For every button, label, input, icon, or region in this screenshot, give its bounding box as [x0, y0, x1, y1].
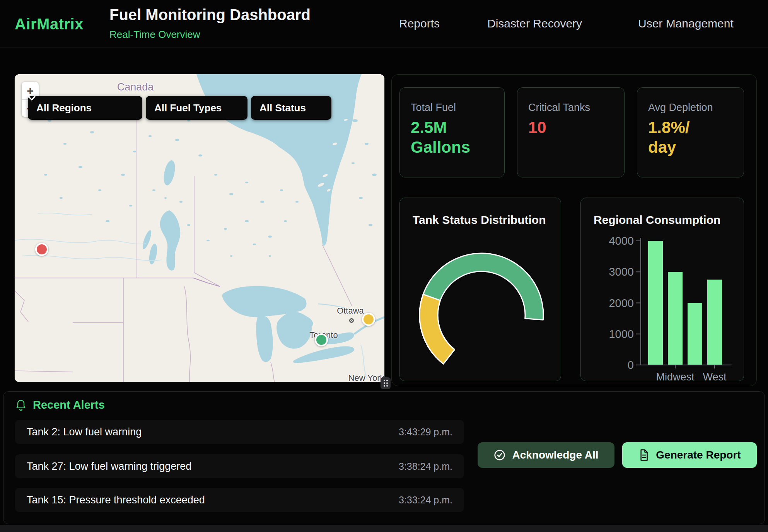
map-label-canada: Canada: [117, 81, 154, 93]
page-title: Fuel Monitoring Dashboard: [109, 6, 311, 24]
map-label-ottawa: Ottawa: [337, 306, 364, 316]
next-section-edge: [0, 525, 768, 532]
fuel-type-filter-value: All Fuel Types: [154, 102, 222, 114]
tank-status-chart-card: Tank Status Distribution: [399, 198, 561, 381]
alert-message: Tank 15: Pressure threshold exceeded: [27, 494, 205, 506]
document-icon: [638, 449, 650, 461]
acknowledge-all-label: Acknowledge All: [512, 449, 598, 461]
regional-consumption-bar-chart: 01000200030004000MidwestWest: [581, 222, 744, 381]
alerts-section-title: Recent Alerts: [33, 399, 105, 411]
bar-chart-ytick: 4000: [609, 235, 634, 247]
bar-chart-ytick: 0: [628, 359, 634, 371]
tank-marker-critical[interactable]: [35, 243, 48, 256]
acknowledge-all-button[interactable]: Acknowledge All: [478, 442, 614, 468]
nav-item-disaster-recovery[interactable]: Disaster Recovery: [487, 17, 582, 30]
alert-message: Tank 2: Low fuel warning: [27, 426, 142, 438]
alert-timestamp: 3:38:24 p.m.: [399, 461, 452, 472]
bar-chart-ytick: 1000: [609, 328, 634, 340]
tank-marker-normal[interactable]: [315, 333, 328, 346]
status-filter-dropdown[interactable]: All Status: [251, 96, 331, 120]
alert-row[interactable]: Tank 15: Pressure threshold exceeded 3:3…: [15, 488, 464, 512]
stat-label: Critical Tanks: [528, 102, 613, 114]
alert-timestamp: 3:43:29 p.m.: [399, 426, 452, 438]
stat-value: 10: [528, 118, 613, 137]
generate-report-label: Generate Report: [656, 449, 741, 461]
fuel-tank-map[interactable]: Canada Ottawa Toronto New York + − All R…: [15, 74, 384, 382]
bar-chart-xlabel: Midwest: [656, 371, 695, 381]
fuel-type-filter-dropdown[interactable]: All Fuel Types: [146, 96, 247, 120]
page-subtitle: Real-Time Overview: [109, 29, 200, 41]
nav-item-user-management[interactable]: User Management: [638, 17, 734, 30]
stat-card-avg-depletion: Avg Depletion 1.8%/ day: [637, 87, 744, 177]
alert-row[interactable]: Tank 2: Low fuel warning 3:43:29 p.m.: [15, 420, 464, 444]
map-resize-handle[interactable]: [381, 377, 391, 389]
map-label-new-york: New York: [348, 373, 384, 382]
region-filter-value: All Regions: [36, 102, 92, 114]
region-filter-dropdown[interactable]: All Regions: [28, 96, 142, 120]
bar-region-1: [668, 272, 683, 365]
alert-message: Tank 27: Low fuel warning triggered: [27, 460, 191, 472]
regional-consumption-chart-card: Regional Consumption 01000200030004000Mi…: [580, 198, 744, 381]
tank-marker-warning[interactable]: [362, 313, 375, 326]
bar-chart-xlabel: West: [703, 371, 727, 381]
stat-card-critical-tanks: Critical Tanks 10: [517, 87, 625, 177]
recent-alerts-section: Recent Alerts Tank 2: Low fuel warning 3…: [3, 391, 765, 524]
app-header: AirMatrix Fuel Monitoring Dashboard Real…: [0, 0, 768, 48]
status-filter-value: All Status: [259, 102, 306, 114]
stat-value: 2.5M Gallons: [411, 118, 493, 157]
chart-title: Tank Status Distribution: [413, 213, 546, 227]
overview-panel: Total Fuel 2.5M Gallons Critical Tanks 1…: [391, 74, 757, 386]
bar-region-3: [707, 280, 722, 365]
generate-report-button[interactable]: Generate Report: [622, 442, 757, 468]
alert-timestamp: 3:33:24 p.m.: [399, 494, 452, 506]
app-logo: AirMatrix: [15, 15, 84, 33]
ottawa-town-dot: [349, 318, 354, 323]
alert-row[interactable]: Tank 27: Low fuel warning triggered 3:38…: [15, 454, 464, 478]
bar-chart-ytick: 3000: [609, 266, 634, 278]
check-circle-icon: [493, 449, 506, 461]
bar-chart-ytick: 2000: [609, 297, 634, 309]
donut-segment-warning: [420, 294, 454, 364]
stat-value: 1.8%/ day: [648, 118, 733, 157]
dashboard-page: AirMatrix Fuel Monitoring Dashboard Real…: [0, 0, 768, 532]
nav-item-reports[interactable]: Reports: [399, 17, 440, 30]
map-filter-bar: All Regions All Fuel Types All Status: [28, 96, 331, 120]
bar-region-0: [648, 241, 663, 365]
stat-label: Avg Depletion: [648, 102, 733, 114]
stat-label: Total Fuel: [411, 102, 493, 114]
bell-icon: [15, 399, 27, 411]
stat-card-total-fuel: Total Fuel 2.5M Gallons: [399, 87, 505, 177]
bar-region-2: [688, 303, 702, 365]
